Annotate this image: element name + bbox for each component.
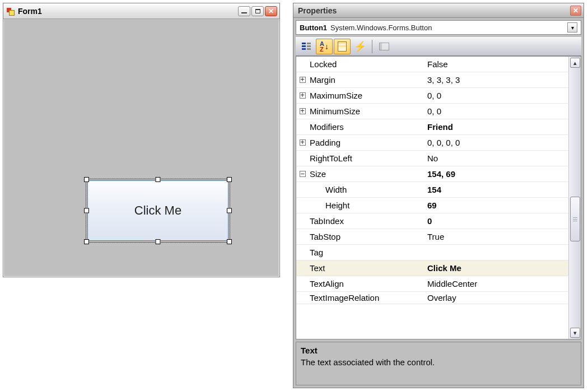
categorized-icon	[302, 43, 311, 50]
categorized-button[interactable]	[298, 39, 315, 54]
property-row[interactable]: Height69	[296, 198, 568, 213]
selected-object-name: Button1	[300, 24, 327, 32]
property-name: TabIndex	[309, 216, 426, 226]
property-row[interactable]: ModifiersFriend	[296, 119, 568, 135]
property-row[interactable]: TextImageRelationOverlay	[296, 292, 568, 304]
chevron-up-icon: ▴	[573, 59, 577, 67]
scroll-track[interactable]	[570, 68, 580, 328]
expander-cell[interactable]: +	[296, 139, 309, 146]
property-name: Tag	[309, 248, 426, 257]
property-value[interactable]: 0	[426, 216, 568, 226]
expander-cell[interactable]: −	[296, 171, 309, 177]
property-name: Locked	[309, 59, 426, 69]
property-value[interactable]: 0, 0	[426, 91, 568, 100]
property-row[interactable]: −Size154, 69	[296, 166, 568, 182]
property-row[interactable]: +MaximumSize0, 0	[296, 88, 568, 104]
scroll-up-button[interactable]: ▴	[570, 58, 580, 68]
form-designer-window: Form1 ✕ Click Me	[3, 3, 280, 277]
property-row[interactable]: TabIndex0	[296, 213, 568, 229]
form-title: Form1	[18, 7, 238, 16]
resize-grip-top-right[interactable]	[227, 177, 232, 182]
property-row[interactable]: +Padding0, 0, 0, 0	[296, 135, 568, 151]
button1-control[interactable]: Click Me	[87, 180, 228, 241]
property-value[interactable]: 0, 0	[426, 106, 568, 116]
scroll-down-button[interactable]: ▾	[570, 328, 580, 338]
expander-cell[interactable]: +	[296, 92, 309, 99]
scroll-thumb[interactable]	[570, 197, 580, 241]
property-value[interactable]: Friend	[426, 122, 568, 132]
minimize-icon	[241, 12, 247, 13]
property-value[interactable]: No	[426, 153, 568, 163]
resize-grip-top-center[interactable]	[156, 177, 161, 182]
properties-toolbar: AZ↓ ⚡	[296, 37, 581, 56]
property-value[interactable]: 154	[426, 185, 568, 194]
property-name: Width	[309, 185, 426, 194]
lightning-icon: ⚡	[354, 40, 366, 53]
property-pages-button[interactable]	[376, 39, 393, 54]
property-description: Text The text associated with the contro…	[296, 342, 581, 385]
vertical-scrollbar[interactable]: ▴ ▾	[568, 57, 581, 339]
expander-cell[interactable]: +	[296, 108, 309, 114]
properties-title: Properties	[298, 6, 570, 15]
resize-grip-mid-left[interactable]	[84, 208, 89, 213]
resize-grip-top-left[interactable]	[84, 177, 89, 182]
property-value[interactable]: 154, 69	[426, 169, 568, 179]
expand-icon: +	[300, 139, 306, 146]
expand-icon: +	[300, 77, 306, 83]
object-selector[interactable]: Button1 System.Windows.Forms.Button ▾	[296, 20, 581, 35]
resize-grip-bottom-right[interactable]	[227, 239, 232, 244]
property-value[interactable]: Overlay	[426, 293, 568, 302]
form-titlebar[interactable]: Form1 ✕	[3, 3, 279, 19]
resize-grip-mid-right[interactable]	[227, 208, 232, 213]
maximize-button[interactable]	[251, 6, 264, 16]
description-title: Text	[301, 346, 576, 355]
property-name: Height	[309, 201, 426, 210]
object-selector-dropdown[interactable]: ▾	[567, 22, 577, 32]
resize-grip-bottom-left[interactable]	[84, 239, 89, 244]
button1-text: Click Me	[134, 203, 181, 218]
property-value[interactable]: True	[426, 232, 568, 241]
minimize-button[interactable]	[238, 6, 250, 16]
property-name: Text	[309, 263, 426, 273]
form-canvas[interactable]: Click Me	[7, 22, 276, 273]
chevron-down-icon: ▾	[573, 329, 577, 337]
property-name: TextImageRelation	[309, 293, 426, 302]
property-row[interactable]: Width154	[296, 182, 568, 198]
property-row[interactable]: RightToLeftNo	[296, 151, 568, 166]
resize-grip-bottom-center[interactable]	[156, 239, 161, 244]
page-icon	[338, 41, 347, 52]
property-value[interactable]: 69	[426, 201, 568, 210]
properties-titlebar[interactable]: Properties ✕	[293, 3, 584, 18]
alphabetical-icon: AZ↓	[320, 41, 329, 52]
property-row[interactable]: +MinimumSize0, 0	[296, 104, 568, 119]
property-row[interactable]: +Margin3, 3, 3, 3	[296, 72, 568, 88]
property-row[interactable]: TextClick Me	[296, 260, 568, 276]
property-row[interactable]: TabStopTrue	[296, 229, 568, 245]
property-row[interactable]: LockedFalse	[296, 57, 568, 72]
property-value[interactable]: False	[426, 59, 568, 69]
close-button[interactable]: ✕	[265, 6, 277, 16]
property-value[interactable]: MiddleCenter	[426, 279, 568, 288]
selected-object-type: System.Windows.Forms.Button	[330, 24, 567, 32]
toolbar-separator	[372, 40, 372, 53]
window-buttons: ✕	[238, 6, 277, 16]
properties-close-button[interactable]: ✕	[570, 6, 581, 16]
close-icon: ✕	[268, 8, 274, 15]
alphabetical-button[interactable]: AZ↓	[316, 39, 333, 54]
expand-icon: +	[300, 108, 306, 114]
property-grid-rows[interactable]: LockedFalse+Margin3, 3, 3, 3+MaximumSize…	[296, 57, 568, 339]
property-name: MaximumSize	[309, 91, 426, 100]
close-icon: ✕	[573, 7, 578, 15]
property-row[interactable]: Tag	[296, 245, 568, 260]
property-value[interactable]: Click Me	[426, 263, 568, 273]
expander-cell[interactable]: +	[296, 77, 309, 83]
property-row[interactable]: TextAlignMiddleCenter	[296, 276, 568, 292]
events-button[interactable]: ⚡	[352, 39, 368, 54]
property-value[interactable]: 0, 0, 0, 0	[426, 138, 568, 147]
property-name: Modifiers	[309, 122, 426, 132]
property-name: Margin	[309, 75, 426, 85]
form-app-icon	[6, 7, 15, 16]
selected-control-wrap[interactable]: Click Me	[84, 177, 232, 244]
property-value[interactable]: 3, 3, 3, 3	[426, 75, 568, 85]
properties-page-button[interactable]	[334, 39, 351, 54]
